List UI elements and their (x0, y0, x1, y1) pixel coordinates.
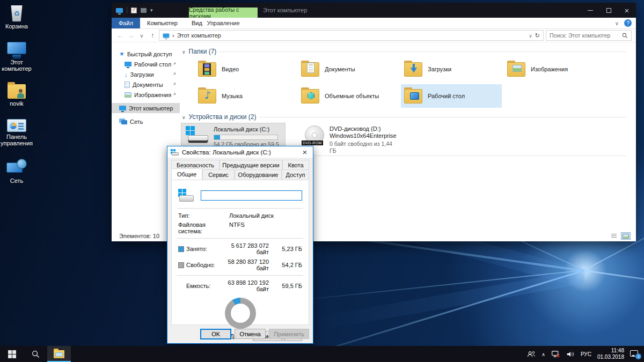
dialog-title-bar: Свойства: Локальный диск (C:) (167, 146, 313, 158)
desktop-icon-user-folder[interactable]: novik (0, 84, 33, 107)
action-center-icon[interactable]: 3 (630, 350, 640, 358)
section-title: Папки (7) (189, 48, 217, 55)
taskbar: РУС 11:48 01.03.2018 3 (0, 346, 644, 362)
picture-icon (513, 65, 522, 72)
apply-button[interactable]: Применить (269, 329, 309, 339)
volume-label-input[interactable] (201, 190, 302, 201)
drive-tools-tab[interactable]: Средства работы с дисками (189, 8, 258, 18)
file-explorer-icon (54, 350, 64, 358)
desktop: { "colors": { "accent": "#0078d7", "tool… (0, 0, 644, 362)
tab-general[interactable]: Общие (171, 168, 202, 180)
dvd-drive-tile[interactable]: DVD-ROM DVD-дисковод (D:) Windows10x64En… (299, 123, 404, 146)
picture-icon (125, 92, 131, 98)
search-icon (622, 33, 628, 39)
tab-manage[interactable]: Управление (189, 18, 258, 28)
tray-overflow-icon[interactable] (541, 351, 545, 357)
tab-tools[interactable]: Сервис (202, 169, 235, 180)
window-controls (581, 3, 636, 18)
properties-icon[interactable] (131, 8, 137, 13)
new-folder-icon[interactable] (141, 8, 147, 13)
forward-button[interactable] (127, 32, 135, 39)
divider (177, 208, 303, 209)
search-box[interactable]: Поиск: Этот компьютер (546, 30, 632, 41)
tab-file[interactable]: Файл (112, 18, 140, 28)
refresh-icon[interactable] (535, 32, 540, 39)
computer-icon (7, 42, 26, 54)
desktop-icon-network[interactable]: Сеть (0, 159, 33, 184)
folder-tile-documents[interactable]: Документы (298, 57, 399, 81)
help-icon[interactable] (624, 19, 632, 27)
maximize-button[interactable] (599, 3, 618, 18)
free-gb: 54,2 ГБ (274, 262, 302, 268)
tab-previous-versions[interactable]: Предыдущие версии (219, 160, 282, 169)
computer-icon[interactable] (116, 8, 123, 13)
divider (177, 238, 303, 239)
tab-computer[interactable]: Компьютер (140, 18, 185, 28)
network-status-icon[interactable] (551, 350, 560, 358)
desktop-icon-recycle-bin[interactable]: Корзина (0, 5, 33, 30)
desktop-icon-label: Этот компьютер (0, 59, 33, 72)
close-button[interactable] (618, 3, 636, 18)
breadcrumb[interactable]: Этот компьютер (159, 30, 544, 41)
people-icon[interactable] (527, 351, 536, 358)
ribbon-right-controls (615, 18, 632, 28)
sidebar-item-this-pc[interactable]: Этот компьютер (112, 103, 180, 113)
start-button[interactable] (0, 346, 24, 362)
folder-tile-video[interactable]: Видео (195, 57, 296, 81)
taskbar-explorer-button[interactable] (47, 346, 71, 362)
quick-access-toolbar: ▾ (112, 7, 152, 13)
desktop-icon-control-panel[interactable]: Панель управления (0, 119, 33, 147)
cancel-button[interactable]: Отмена (235, 329, 266, 339)
sidebar-item-network[interactable]: Сеть (112, 116, 180, 127)
details-view-button[interactable] (609, 232, 619, 240)
customize-toolbar-icon[interactable]: ▾ (150, 8, 152, 13)
recycle-bin-icon (10, 5, 23, 21)
back-button[interactable] (116, 32, 125, 39)
tab-quota[interactable]: Квота (282, 160, 309, 169)
download-arrow-icon (125, 71, 128, 78)
folder-tile-downloads[interactable]: Загрузки (401, 57, 502, 81)
volume-icon[interactable] (566, 351, 575, 358)
sidebar-item-label: Этот компьютер (129, 105, 173, 112)
separator (127, 7, 127, 13)
ok-button[interactable]: OK (200, 329, 231, 339)
folder-tile-music[interactable]: Музыка (195, 84, 296, 108)
chevron-down-icon (182, 48, 186, 55)
download-arrow-icon (411, 64, 417, 73)
thumbnails-view-button[interactable] (621, 232, 631, 240)
ribbon-collapse-icon[interactable] (615, 20, 619, 26)
tab-sharing[interactable]: Доступ (282, 169, 309, 180)
language-indicator[interactable]: РУС (581, 351, 591, 357)
sidebar-item-quick-access[interactable]: Быстрый доступ (112, 49, 180, 59)
drive-c-tile[interactable]: Локальный диск (C:) 54,2 ГБ свободно из … (181, 123, 286, 146)
recent-locations-icon[interactable] (137, 32, 146, 39)
divider (273, 156, 626, 156)
used-bytes: 5 617 283 072 байт (223, 242, 274, 255)
sidebar-item-documents[interactable]: Документы (112, 79, 180, 90)
sidebar-item-downloads[interactable]: Загрузки (112, 69, 180, 79)
sidebar-item-desktop[interactable]: Рабочий стол (112, 59, 180, 69)
close-icon[interactable] (297, 146, 313, 158)
folder-tile-pictures[interactable]: Изображения (504, 57, 605, 81)
section-header-devices[interactable]: Устройства и диски (2) (182, 113, 626, 121)
star-icon (119, 50, 125, 57)
tab-hardware[interactable]: Оборудование (235, 169, 282, 180)
clock[interactable]: 11:48 01.03.2018 (597, 348, 624, 361)
address-dropdown-icon[interactable] (529, 32, 532, 39)
pin-icon (172, 61, 177, 68)
taskbar-search-button[interactable] (24, 346, 47, 362)
folder-tile-3d-objects[interactable]: Объемные объекты (298, 84, 399, 108)
computer-icon (163, 33, 170, 38)
divider (259, 117, 626, 117)
view-toggles (609, 232, 631, 240)
drive-usage-fill (214, 135, 220, 139)
up-button[interactable] (148, 32, 157, 39)
desktop-icon-this-pc[interactable]: Этот компьютер (0, 42, 33, 72)
breadcrumb-item[interactable]: Этот компьютер (177, 32, 221, 39)
section-header-folders[interactable]: Папки (7) (182, 48, 626, 55)
capacity-gb: 59,5 ГБ (274, 283, 302, 289)
drive-free-space: 0 байт свободно из 1,44 ГБ (330, 141, 400, 154)
folder-tile-desktop[interactable]: Рабочий стол (401, 84, 502, 108)
minimize-button[interactable] (581, 3, 599, 18)
sidebar-item-pictures[interactable]: Изображения (112, 90, 180, 100)
